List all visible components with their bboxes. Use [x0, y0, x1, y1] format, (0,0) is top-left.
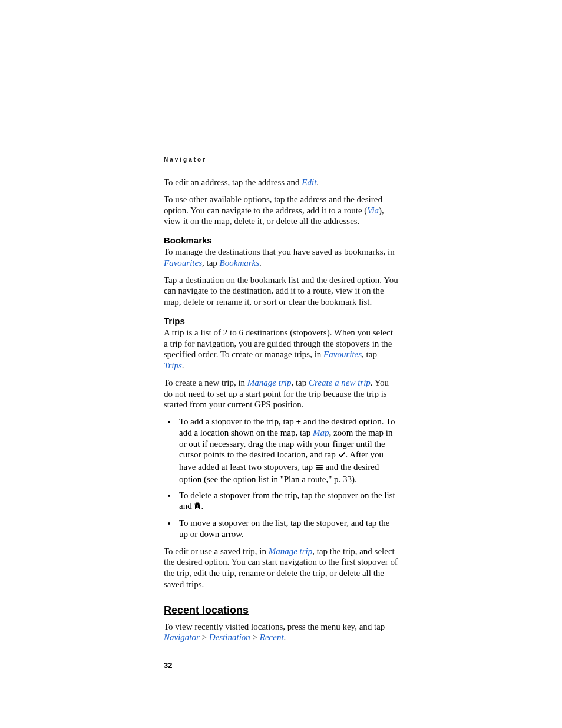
text: .: [182, 361, 184, 370]
text: .: [201, 501, 203, 510]
text: .: [316, 177, 319, 187]
para-new-trip: To create a new trip, in Manage trip, ta…: [164, 377, 398, 410]
check-icon: [338, 450, 346, 462]
keyword-favourites: Favourites: [164, 258, 202, 268]
keyword-create-new-trip: Create a new trip: [309, 378, 371, 387]
keyword-destination: Destination: [209, 633, 250, 642]
text: , tap: [291, 378, 309, 387]
text: To delete a stopover from the trip, tap …: [179, 490, 395, 511]
keyword-manage-trip: Manage trip: [247, 378, 292, 387]
keyword-edit: Edit: [302, 177, 316, 187]
text: , tap: [362, 350, 377, 359]
text: To use other available options, tap the …: [164, 195, 382, 215]
page-number: 32: [164, 661, 398, 670]
subhead-bookmarks: Bookmarks: [164, 235, 398, 245]
para-edit-saved: To edit or use a saved trip, in Manage t…: [164, 546, 398, 590]
keyword-trips: Trips: [164, 361, 182, 370]
breadcrumb-chevron: >: [200, 633, 209, 642]
list-item: To add a stopover to the trip, tap + and…: [177, 416, 398, 485]
plus-symbol: +: [296, 417, 302, 426]
text: , tap: [202, 258, 220, 268]
keyword-bookmarks: Bookmarks: [220, 258, 260, 268]
text: To create a new trip, in: [164, 378, 247, 387]
bullet-list: To add a stopover to the trip, tap + and…: [164, 416, 398, 540]
section-recent-locations: Recent locations: [164, 604, 398, 617]
trash-icon: [194, 502, 201, 513]
text: To edit or use a saved trip, in: [164, 546, 269, 556]
subhead-trips: Trips: [164, 316, 398, 326]
text: .: [284, 633, 286, 642]
para-trips-intro: A trip is a list of 2 to 6 destinations …: [164, 327, 398, 371]
list-item: To move a stopover on the list, tap the …: [177, 518, 398, 540]
svg-rect-5: [197, 503, 199, 504]
para-edit-address: To edit an address, tap the address and …: [164, 177, 398, 188]
para-bookmarks-intro: To manage the destinations that you have…: [164, 246, 398, 269]
text: To add a stopover to the trip, tap: [179, 417, 296, 426]
menu-icon: [315, 463, 323, 474]
para-options: To use other available options, tap the …: [164, 194, 398, 227]
text: To edit an address, tap the address and: [164, 177, 302, 187]
para-bookmarks-tap: Tap a destination on the bookmark list a…: [164, 275, 398, 308]
text: To manage the destinations that you have…: [164, 247, 395, 256]
keyword-favourites: Favourites: [323, 350, 362, 359]
document-page: Navigator To edit an address, tap the ad…: [164, 156, 398, 670]
list-item: To delete a stopover from the trip, tap …: [177, 490, 398, 513]
running-header: Navigator: [164, 156, 398, 163]
keyword-manage-trip: Manage trip: [269, 546, 313, 556]
breadcrumb-chevron: >: [250, 633, 260, 642]
text: .: [259, 258, 262, 268]
keyword-via: Via: [367, 206, 379, 215]
para-recent: To view recently visited locations, pres…: [164, 621, 398, 644]
text: To view recently visited locations, pres…: [164, 622, 385, 631]
keyword-navigator: Navigator: [164, 633, 200, 642]
keyword-map: Map: [313, 428, 329, 437]
keyword-recent: Recent: [260, 633, 284, 642]
